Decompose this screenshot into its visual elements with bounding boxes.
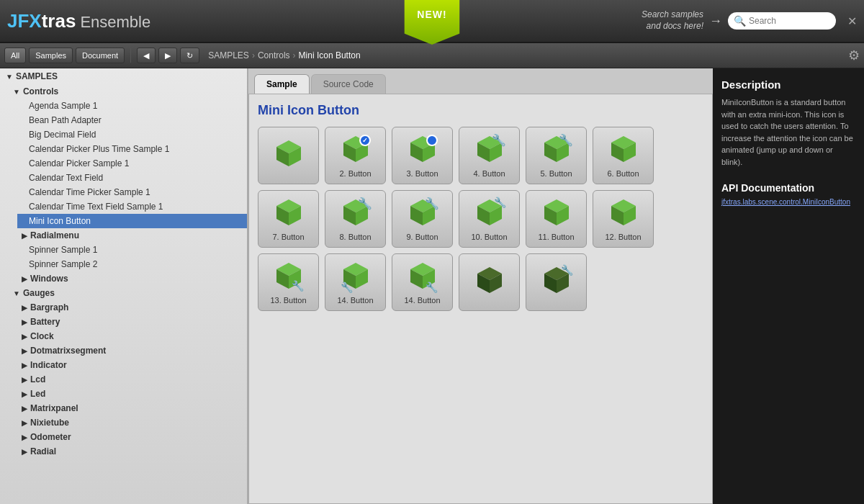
cube-svg-15 <box>473 264 506 297</box>
search-hint: Search samples and docs here! <box>642 9 703 32</box>
search-box[interactable]: 🔍 <box>728 12 836 30</box>
refresh-button[interactable]: ↻ <box>180 48 199 63</box>
wrench-icon: 🔧 <box>358 197 372 210</box>
matrixpanel-label: Matrixpanel <box>30 403 78 413</box>
sidebar-bargraph-header[interactable]: ▶ Bargraph <box>17 300 247 315</box>
breadcrumb-controls[interactable]: Controls <box>258 50 290 60</box>
tab-sample[interactable]: Sample <box>254 74 310 94</box>
sample-title: Mini Icon Button <box>258 103 703 118</box>
sidebar-item-spinner-sample-2[interactable]: Spinner Sample 2 <box>17 257 247 271</box>
triangle-right-icon: ▶ <box>22 405 27 413</box>
description-title: Description <box>721 78 855 91</box>
window-close-button[interactable]: ✕ <box>847 14 857 28</box>
samples-tab[interactable]: Samples <box>29 48 73 63</box>
sidebar-clock-header[interactable]: ▶ Clock <box>17 329 247 343</box>
triangle-down-icon: ▼ <box>13 289 20 297</box>
triangle-right-icon: ▶ <box>22 304 27 312</box>
search-input[interactable] <box>749 16 835 26</box>
mini-btn-15[interactable] <box>459 253 520 311</box>
sidebar-controls-header[interactable]: ▼ Controls <box>9 84 247 99</box>
mini-btn-11[interactable]: 11. Button <box>526 190 587 248</box>
mini-btn-16[interactable]: 🔧 <box>526 253 587 311</box>
mini-btn-5[interactable]: 🔧 5. Button <box>526 127 587 184</box>
wrench-icon: 🔧 <box>425 197 439 210</box>
controls-items: Agenda Sample 1 Bean Path Adapter Big De… <box>9 99 247 286</box>
mini-btn-14a[interactable]: 🔧 14. Button <box>325 253 386 311</box>
sidebar-item-spinner-sample-1[interactable]: Spinner Sample 1 <box>17 243 247 257</box>
tab-source-code[interactable]: Source Code <box>311 74 386 94</box>
sidebar-section-samples[interactable]: ▼ SAMPLES <box>0 68 247 84</box>
mini-btn-8[interactable]: 🔧 8. Button <box>325 190 386 248</box>
breadcrumb-sep-2: › <box>293 50 296 60</box>
sidebar-item-calendar-time-picker[interactable]: Calendar Time Picker Sample 1 <box>17 185 247 199</box>
cube-svg-7 <box>272 197 305 230</box>
battery-label: Battery <box>30 317 60 327</box>
triangle-right-icon: ▶ <box>22 347 27 355</box>
sidebar-led-header[interactable]: ▶ Led <box>17 387 247 401</box>
blue-dot-icon <box>426 135 438 146</box>
btn-label-14b: 14. Button <box>404 296 440 305</box>
sidebar-item-big-decimal-field[interactable]: Big Decimal Field <box>17 127 247 142</box>
gauges-items: ▶ Bargraph ▶ Battery ▶ Clock ▶ Dotmatrix… <box>9 300 247 459</box>
sidebar-dotmatrix-header[interactable]: ▶ Dotmatrixsegment <box>17 343 247 358</box>
btn-label-5: 5. Button <box>540 169 572 178</box>
sidebar-item-calendar-time-text[interactable]: Calendar Time Text Field Sample 1 <box>17 199 247 214</box>
content-area: Sample Source Code Mini Icon Button <box>248 68 713 504</box>
mini-btn-13[interactable]: 🔧 13. Button <box>258 253 319 311</box>
mini-btn-1[interactable] <box>258 127 319 184</box>
sidebar-odometer-header[interactable]: ▶ Odometer <box>17 430 247 444</box>
led-label: Led <box>30 389 45 399</box>
sidebar-item-calendar-picker-sample[interactable]: Calendar Picker Sample 1 <box>17 156 247 171</box>
back-button[interactable]: ◀ <box>137 48 156 63</box>
windows-label: Windows <box>30 274 68 284</box>
mini-btn-14b[interactable]: 🔧 14. Button <box>392 253 453 311</box>
breadcrumb-samples[interactable]: SAMPLES <box>208 50 249 60</box>
nav-divider <box>130 48 131 63</box>
sidebar-item-calendar-picker-plus[interactable]: Calendar Picker Plus Time Sample 1 <box>17 142 247 156</box>
document-tab[interactable]: Document <box>76 48 125 63</box>
mini-btn-7[interactable]: 7. Button <box>258 190 319 248</box>
btn-label-10: 10. Button <box>471 233 507 241</box>
triangle-right-icon: ▶ <box>22 376 27 384</box>
sidebar: ▼ SAMPLES ▼ Controls Agenda Sample 1 Bea… <box>0 68 248 504</box>
all-tab[interactable]: All <box>4 48 26 63</box>
api-documentation-link[interactable]: jfxtras.labs.scene.control.MiniIconButto… <box>721 198 855 206</box>
sidebar-item-mini-icon-button[interactable]: Mini Icon Button <box>17 214 247 228</box>
sidebar-item-calendar-text-field[interactable]: Calendar Text Field <box>17 171 247 185</box>
sidebar-battery-header[interactable]: ▶ Battery <box>17 315 247 329</box>
sidebar-lcd-header[interactable]: ▶ Lcd <box>17 372 247 387</box>
sidebar-item-bean-path-adapter[interactable]: Bean Path Adapter <box>17 113 247 127</box>
settings-button[interactable]: ⚙ <box>848 48 860 63</box>
mini-btn-4[interactable]: 🔧 4. Button <box>459 127 520 184</box>
forward-button[interactable]: ▶ <box>158 48 177 63</box>
sidebar-radial-header[interactable]: ▶ Radial <box>17 444 247 459</box>
mini-btn-2[interactable]: ✓ 2. Button <box>325 127 386 184</box>
sidebar-gauges-group: ▼ Gauges ▶ Bargraph ▶ Battery ▶ Clock ▶ <box>0 286 247 459</box>
search-icon: 🔍 <box>734 15 746 27</box>
sidebar-gauges-header[interactable]: ▼ Gauges <box>9 286 247 300</box>
mini-btn-9[interactable]: 🔧 9. Button <box>392 190 453 248</box>
sidebar-indicator-header[interactable]: ▶ Indicator <box>17 358 247 372</box>
mini-btn-3[interactable]: 3. Button <box>392 127 453 184</box>
radialmenu-label: Radialmenu <box>30 230 79 240</box>
nixietube-label: Nixietube <box>30 418 69 428</box>
triangle-right-icon: ▶ <box>22 275 27 283</box>
mini-btn-10[interactable]: 🔧 10. Button <box>459 190 520 248</box>
mini-btn-12[interactable]: 12. Button <box>593 190 654 248</box>
btn-label-8: 8. Button <box>339 233 371 241</box>
mini-btn-6[interactable]: 6. Button <box>593 127 654 184</box>
btn-label-9: 9. Button <box>406 233 438 241</box>
sidebar-matrixpanel-header[interactable]: ▶ Matrixpanel <box>17 401 247 415</box>
description-panel: Description MiniIconButton is a standard… <box>713 68 864 504</box>
sidebar-nixietube-header[interactable]: ▶ Nixietube <box>17 415 247 430</box>
description-text: MiniIconButton is a standard button with… <box>721 96 855 168</box>
api-documentation-title: API Documentation <box>721 182 855 194</box>
dotmatrix-label: Dotmatrixsegment <box>30 346 106 356</box>
sidebar-windows-header[interactable]: ▶ Windows <box>17 271 247 286</box>
sidebar-radialmenu-header[interactable]: ▶ Radialmenu <box>17 228 247 243</box>
sidebar-item-agenda-sample-1[interactable]: Agenda Sample 1 <box>17 99 247 113</box>
logo: JFXtras Ensemble <box>7 10 150 32</box>
search-area: Search samples and docs here! → 🔍 ✕ <box>642 9 857 32</box>
btn-label-2: 2. Button <box>339 169 371 178</box>
sample-panel: Mini Icon Button <box>248 94 713 504</box>
